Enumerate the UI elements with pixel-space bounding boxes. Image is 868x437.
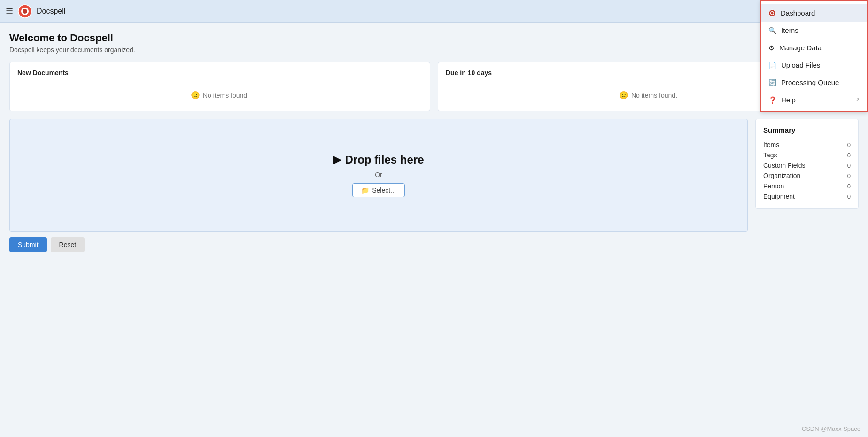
summary-row: Custom Fields0 [763, 160, 851, 171]
watermark: CSDN @Maxx Space [802, 425, 860, 432]
nav-item-items[interactable]: 🔍Items [761, 22, 867, 39]
nav-dropdown: Dashboard🔍Items⚙Manage Data📄Upload Files… [760, 0, 868, 112]
nav-item-manage-data[interactable]: ⚙Manage Data [761, 39, 867, 56]
summary-row-count: 0 [847, 152, 851, 159]
navbar-left: ☰ Docspell [6, 4, 65, 18]
new-documents-empty: 🙂 No items found. [17, 86, 422, 104]
summary-row: Person0 [763, 181, 851, 191]
summary-row-label: Person [763, 182, 784, 190]
svg-point-2 [23, 9, 27, 14]
nav-item-label: Processing Queue [781, 78, 839, 86]
nav-item-label: Upload Files [781, 61, 820, 69]
summary-row-label: Custom Fields [763, 162, 805, 169]
nav-icon: 📄 [768, 61, 776, 69]
drop-zone-text: ▶ Drop files here [333, 153, 424, 166]
nav-item-label: Items [781, 26, 798, 34]
select-button[interactable]: 📁 Select... [352, 183, 405, 197]
nav-icon: ⚙ [768, 44, 775, 52]
nav-item-label: Manage Data [779, 44, 822, 52]
nav-icon: 🔄 [768, 78, 776, 86]
summary-row-label: Organization [763, 172, 800, 179]
or-label: Or [375, 171, 382, 179]
cards-row: New Documents 🙂 No items found. Due in 1… [9, 62, 859, 111]
cursor-icon: ▶ [333, 154, 341, 166]
summary-row-count: 0 [847, 193, 851, 200]
nav-icon: 🔍 [768, 26, 776, 34]
select-label: Select... [372, 187, 396, 194]
app-logo [18, 4, 32, 18]
nav-icon [768, 8, 776, 17]
summary-row: Items0 [763, 140, 851, 150]
summary-row: Tags0 [763, 150, 851, 160]
nav-icon: ❓ [768, 96, 776, 104]
new-documents-empty-text: No items found. [203, 92, 249, 99]
summary-rows: Items0Tags0Custom Fields0Organization0Pe… [763, 140, 851, 202]
summary-row-count: 0 [847, 162, 851, 169]
welcome-title: Welcome to Docspell [9, 32, 859, 44]
due-card-empty-text: No items found. [631, 92, 677, 99]
summary-title: Summary [763, 126, 851, 134]
main-content: Welcome to Docspell Docspell keeps your … [0, 23, 868, 262]
app-name: Docspell [37, 7, 65, 16]
svg-point-5 [771, 12, 774, 15]
drop-files-label: Drop files here [345, 153, 424, 166]
navbar: ☰ Docspell 👤 ⚙ [0, 0, 868, 23]
action-buttons: Submit Reset [9, 237, 748, 252]
nav-item-processing-queue[interactable]: 🔄Processing Queue [761, 74, 867, 91]
summary-row-count: 0 [847, 172, 851, 179]
smile-icon-due: 🙂 [619, 91, 628, 100]
new-documents-title: New Documents [17, 69, 422, 77]
or-divider: Or [84, 171, 674, 179]
nav-item-label: Dashboard [781, 9, 815, 17]
summary-panel: Summary Items0Tags0Custom Fields0Organiz… [755, 119, 859, 209]
hamburger-icon[interactable]: ☰ [6, 6, 13, 16]
nav-item-dashboard[interactable]: Dashboard [761, 4, 867, 22]
summary-row: Equipment0 [763, 191, 851, 202]
summary-row-label: Items [763, 141, 779, 148]
new-documents-card: New Documents 🙂 No items found. [9, 62, 430, 111]
upload-area-wrapper: ▶ Drop files here Or 📁 Select... Submit … [9, 119, 748, 252]
smile-icon: 🙂 [191, 91, 200, 100]
summary-row-count: 0 [847, 141, 851, 148]
drop-zone[interactable]: ▶ Drop files here Or 📁 Select... [9, 119, 748, 232]
submit-button[interactable]: Submit [9, 237, 47, 252]
reset-button[interactable]: Reset [51, 237, 85, 252]
bottom-row: ▶ Drop files here Or 📁 Select... Submit … [9, 119, 859, 252]
nav-item-upload-files[interactable]: 📄Upload Files [761, 56, 867, 74]
welcome-subtitle: Docspell keeps your documents organized. [9, 46, 859, 54]
external-link-icon: ↗ [855, 97, 860, 103]
summary-row-count: 0 [847, 183, 851, 190]
folder-icon: 📁 [361, 187, 369, 194]
summary-row: Organization0 [763, 171, 851, 181]
summary-row-label: Tags [763, 151, 777, 159]
nav-item-help[interactable]: ❓Help↗ [761, 91, 867, 109]
nav-item-label: Help [781, 96, 796, 104]
summary-row-label: Equipment [763, 193, 795, 200]
